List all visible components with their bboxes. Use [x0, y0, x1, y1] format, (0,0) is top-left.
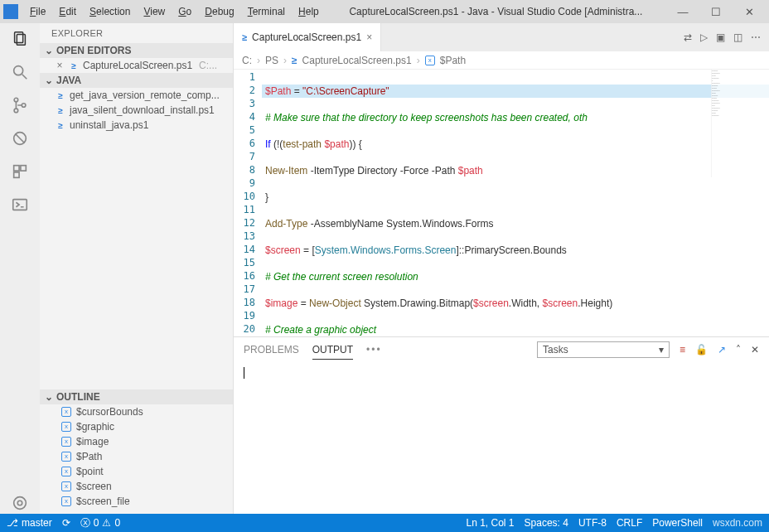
- split-editor-icon[interactable]: ◫: [733, 31, 742, 43]
- collapse-panel-icon[interactable]: ˄: [736, 344, 741, 355]
- variable-icon: x: [61, 452, 71, 462]
- panel-tabs: PROBLEMS OUTPUT ••• Tasks ▾ ≡ 🔓 ↗ ˄ ✕: [234, 337, 769, 362]
- close-button[interactable]: ✕: [733, 6, 766, 18]
- minimize-button[interactable]: —: [666, 6, 699, 18]
- outline-item[interactable]: x$point: [40, 464, 233, 479]
- line-gutter: 1234567891011121314151617181920: [234, 70, 262, 336]
- folder-header[interactable]: ⌄ JAVA: [40, 73, 233, 88]
- file-item[interactable]: ≥uninstall_java.ps1: [40, 118, 233, 133]
- title-bar: File Edit Selection View Go Debug Termin…: [0, 0, 769, 23]
- svg-point-6: [22, 104, 26, 108]
- menu-debug[interactable]: Debug: [198, 6, 240, 17]
- lock-scroll-icon[interactable]: 🔓: [695, 344, 708, 355]
- outline-item[interactable]: x$screen_file: [40, 494, 233, 509]
- open-editor-hint: C:...: [199, 60, 217, 71]
- minimap[interactable]: ▬▬▬▬▬▬▬▬▬▬▬▬▬▬▬▬▬▬▬▬▬▬▬▬▬▬▬▬▬▬▬▬▬▬▬▬▬▬▬▬…: [711, 70, 769, 177]
- encoding[interactable]: UTF-8: [578, 517, 607, 529]
- close-tab-icon[interactable]: ×: [366, 31, 372, 43]
- variable-icon: x: [61, 481, 71, 491]
- search-icon[interactable]: [9, 61, 31, 83]
- svg-point-5: [14, 109, 18, 113]
- eol[interactable]: CRLF: [617, 517, 642, 529]
- compare-icon[interactable]: ⇄: [684, 31, 692, 43]
- outline-item[interactable]: x$graphic: [40, 419, 233, 434]
- clear-output-icon[interactable]: ≡: [680, 344, 685, 355]
- menu-help[interactable]: Help: [292, 6, 326, 17]
- open-log-icon[interactable]: ↗: [718, 344, 726, 355]
- editor-area: ≥ CaptureLocalScreen.ps1 × ⇄ ▷ ▣ ◫ ⋯ C:›…: [234, 23, 769, 514]
- more-actions-icon[interactable]: ⋯: [751, 31, 761, 43]
- tab-label: CaptureLocalScreen.ps1: [252, 31, 361, 43]
- chevron-down-icon: ⌄: [45, 391, 53, 403]
- error-icon: ⓧ: [80, 516, 90, 530]
- menu-selection[interactable]: Selection: [83, 6, 137, 17]
- file-item[interactable]: ≥get_java_version_remote_comp...: [40, 88, 233, 103]
- ps-file-icon: ≥: [242, 32, 247, 42]
- problems-status[interactable]: ⓧ0 ⚠0: [80, 516, 120, 530]
- run-icon[interactable]: ▷: [700, 31, 708, 43]
- panel-tab-problems[interactable]: PROBLEMS: [244, 341, 299, 359]
- open-editors-label: OPEN EDITORS: [56, 45, 131, 56]
- indentation[interactable]: Spaces: 4: [525, 517, 568, 529]
- settings-icon[interactable]: [9, 492, 31, 514]
- output-channel-dropdown[interactable]: Tasks ▾: [537, 341, 670, 358]
- debug-icon[interactable]: [9, 128, 31, 149]
- menu-go[interactable]: Go: [172, 6, 198, 17]
- svg-line-8: [16, 134, 25, 143]
- menu-view[interactable]: View: [137, 6, 172, 17]
- open-editors-header[interactable]: ⌄ OPEN EDITORS: [40, 43, 233, 58]
- ps-file-icon: ≥: [55, 104, 66, 116]
- svg-rect-10: [21, 166, 26, 171]
- outline-header[interactable]: ⌄ OUTLINE: [40, 389, 233, 404]
- ps-file-icon: ≥: [292, 55, 297, 66]
- variable-icon: x: [61, 437, 71, 447]
- maximize-button[interactable]: ☐: [699, 6, 733, 18]
- menu-edit[interactable]: Edit: [52, 6, 83, 17]
- more-panels-icon[interactable]: •••: [366, 344, 382, 355]
- variable-icon: x: [61, 496, 71, 506]
- breadcrumb[interactable]: C:› PS› ≥ CaptureLocalScreen.ps1› x $Pat…: [234, 51, 769, 70]
- explorer-title: EXPLORER: [40, 23, 233, 43]
- open-editor-item[interactable]: × ≥ CaptureLocalScreen.ps1 C:...: [40, 58, 233, 73]
- panel-tab-output[interactable]: OUTPUT: [312, 341, 353, 360]
- svg-point-14: [14, 497, 27, 510]
- outline-item[interactable]: x$cursorBounds: [40, 404, 233, 419]
- outline-item[interactable]: x$screen: [40, 479, 233, 494]
- svg-rect-1: [17, 35, 25, 46]
- variable-icon: x: [425, 56, 435, 65]
- outline-item[interactable]: x$Path: [40, 449, 233, 464]
- run-selection-icon[interactable]: ▣: [716, 31, 725, 43]
- menu-file[interactable]: File: [23, 6, 52, 17]
- svg-rect-0: [15, 32, 23, 43]
- svg-rect-11: [14, 172, 19, 177]
- svg-point-2: [14, 66, 23, 75]
- outline-item[interactable]: x$image: [40, 434, 233, 449]
- editor-tab[interactable]: ≥ CaptureLocalScreen.ps1 ×: [234, 23, 381, 51]
- variable-icon: x: [61, 407, 71, 417]
- outline-label: OUTLINE: [56, 391, 100, 403]
- cursor-position[interactable]: Ln 1, Col 1: [467, 517, 515, 529]
- powershell-icon[interactable]: [9, 194, 31, 215]
- ps-file-icon: ≥: [55, 119, 66, 131]
- tabs-row: ≥ CaptureLocalScreen.ps1 × ⇄ ▷ ▣ ◫ ⋯: [234, 23, 769, 51]
- file-item[interactable]: ≥java_silent_download_install.ps1: [40, 103, 233, 118]
- svg-point-13: [17, 501, 22, 505]
- chevron-down-icon: ⌄: [45, 75, 53, 86]
- code-editor[interactable]: $Path = "C:\ScreenCapture" # Make sure t…: [262, 70, 769, 336]
- sync-icon[interactable]: ⟳: [62, 517, 70, 529]
- source-control-icon[interactable]: [9, 94, 31, 116]
- git-branch[interactable]: ⎇master: [7, 517, 52, 529]
- branch-icon: ⎇: [7, 517, 18, 529]
- close-panel-icon[interactable]: ✕: [751, 344, 759, 355]
- chevron-down-icon: ▾: [659, 344, 664, 355]
- variable-icon: x: [61, 467, 71, 476]
- language-mode[interactable]: PowerShell: [652, 517, 703, 529]
- close-icon[interactable]: ×: [55, 60, 65, 71]
- output-body[interactable]: [234, 362, 769, 514]
- explorer-icon[interactable]: [9, 28, 31, 50]
- extensions-icon[interactable]: [9, 161, 31, 182]
- menu-terminal[interactable]: Terminal: [241, 6, 292, 17]
- window-title: CaptureLocalScreen.ps1 - Java - Visual S…: [326, 6, 666, 17]
- variable-icon: x: [61, 422, 71, 432]
- open-editor-name: CaptureLocalScreen.ps1: [83, 60, 192, 71]
